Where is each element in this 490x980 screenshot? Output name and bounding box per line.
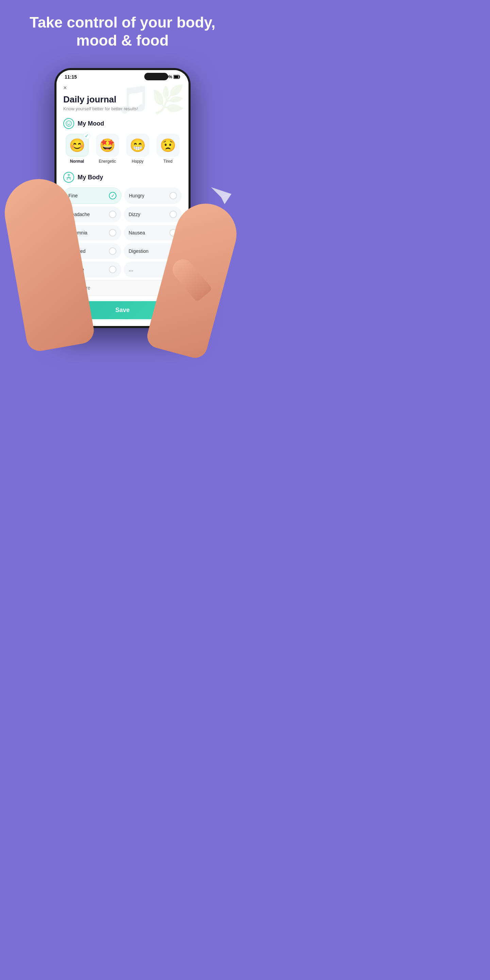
- svg-point-12: [69, 123, 70, 124]
- mood-label-happy: Happy: [132, 159, 143, 164]
- mood-option-tired[interactable]: 😟 Tired: [154, 134, 182, 164]
- body-section-header: My Body: [63, 172, 182, 183]
- body-row-1: Fine Hungry: [63, 188, 182, 204]
- smiley-icon: [66, 121, 72, 127]
- mood-label-tired: Tired: [163, 159, 172, 164]
- body-radio-hungry: [169, 192, 177, 199]
- body-radio-satiated: [109, 247, 116, 255]
- body-row-3: Insomnia Nausea: [63, 225, 182, 240]
- close-button[interactable]: ×: [63, 82, 182, 94]
- body-label-other: …: [129, 267, 134, 272]
- mood-label-energetic: Energetic: [99, 159, 116, 164]
- body-item-dizzy[interactable]: Dizzy: [124, 207, 182, 222]
- body-label-nausea: Nausea: [129, 230, 145, 235]
- svg-point-11: [67, 123, 68, 124]
- body-radio-headache: [109, 211, 116, 218]
- svg-point-13: [68, 174, 69, 176]
- mood-emoji-normal: 😊 ✓: [66, 134, 89, 157]
- mood-icon: [63, 118, 74, 129]
- mood-options: 😊 ✓ Normal 🤩 Energetic 😁: [63, 134, 182, 164]
- body-radio-insomnia: [109, 229, 116, 237]
- svg-rect-9: [174, 76, 179, 78]
- body-label-hungry: Hungry: [129, 193, 144, 198]
- body-radio-fatigue: [109, 266, 116, 273]
- body-label-digestion: Digestion: [129, 248, 148, 254]
- mood-section-title: My Mood: [78, 120, 104, 127]
- status-time: 11:15: [65, 74, 77, 80]
- body-row-2: Headache Dizzy: [63, 207, 182, 222]
- battery-icon: [173, 75, 180, 79]
- camera-notch: [144, 73, 168, 80]
- body-section-title: My Body: [78, 174, 103, 181]
- mood-option-energetic[interactable]: 🤩 Energetic: [94, 134, 121, 164]
- body-label-dizzy: Dizzy: [129, 212, 140, 217]
- body-icon: [63, 172, 74, 183]
- mood-emoji-tired: 😟: [156, 134, 180, 157]
- body-label-fine: Fine: [68, 193, 78, 198]
- mood-check-normal: ✓: [83, 132, 90, 139]
- mood-emoji-happy: 😁: [126, 134, 150, 157]
- body-item-fine[interactable]: Fine: [63, 188, 121, 204]
- phone-mockup: 11:15 100%: [54, 68, 191, 328]
- body-radio-dizzy: [169, 211, 177, 218]
- meditation-icon: [65, 174, 72, 181]
- mood-option-happy[interactable]: 😁 Happy: [124, 134, 151, 164]
- page-title: Daily journal: [63, 94, 182, 105]
- body-item-hungry[interactable]: Hungry: [124, 188, 182, 204]
- hero-title: Take control of your body, mood & food: [0, 14, 245, 50]
- mood-section-header: My Mood: [63, 118, 182, 129]
- page-subtitle: Know yourself better for better results!: [63, 106, 182, 111]
- mood-emoji-energetic: 🤩: [96, 134, 119, 157]
- mood-option-normal[interactable]: 😊 ✓ Normal: [63, 134, 91, 164]
- mood-label-normal: Normal: [70, 159, 84, 164]
- body-radio-fine: [109, 192, 116, 199]
- status-bar: 11:15 100%: [56, 70, 189, 82]
- svg-point-10: [66, 121, 72, 126]
